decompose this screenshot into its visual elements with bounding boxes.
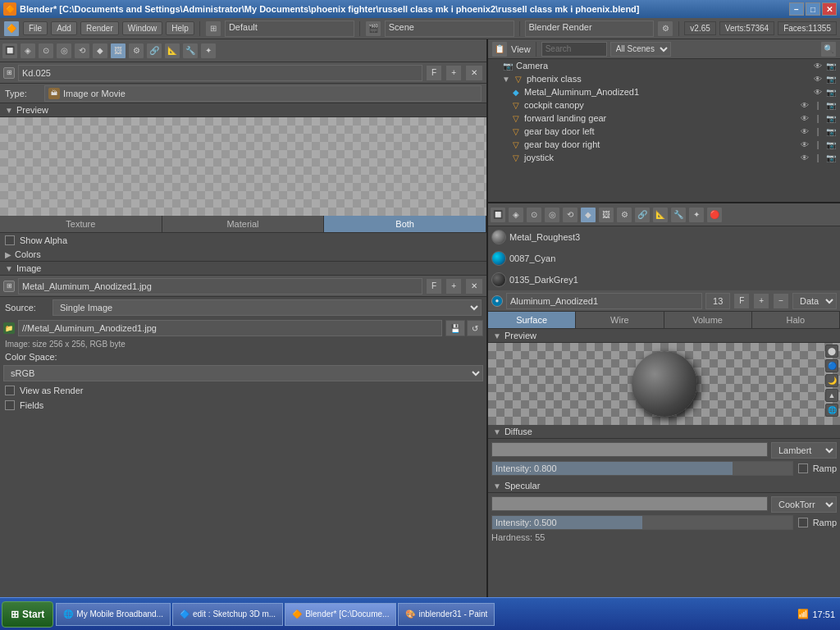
menu-window[interactable]: Window: [122, 21, 163, 35]
renderer-select[interactable]: Blender Render: [525, 21, 655, 37]
diffuse-type-select[interactable]: Lambert: [771, 442, 837, 459]
preview-sphere-btn[interactable]: ⬤: [825, 345, 838, 358]
view-as-render-checkbox[interactable]: [5, 386, 15, 395]
taskbar-item-sketchup[interactable]: 🔷 edit : Sketchup 3D m...: [172, 603, 283, 626]
pipe-icon[interactable]: |: [812, 99, 824, 111]
panel-icon-5[interactable]: ⟲: [74, 43, 90, 59]
specular-type-select[interactable]: CookTorr: [771, 496, 837, 513]
file-reload-button[interactable]: ↺: [467, 320, 483, 336]
mat-icon-9[interactable]: 🔗: [634, 207, 651, 223]
close-button-mat[interactable]: ✕: [465, 65, 483, 81]
close-button[interactable]: ✕: [822, 2, 837, 16]
mat-icon-8[interactable]: ⚙: [616, 207, 632, 223]
material-name-input[interactable]: [18, 65, 422, 81]
panel-icon-3[interactable]: ⊙: [38, 43, 54, 59]
layout-select[interactable]: Default: [225, 21, 354, 37]
diffuse-ramp-checkbox[interactable]: [798, 463, 808, 473]
mat-plus-button[interactable]: +: [753, 293, 769, 309]
tab-texture[interactable]: Texture: [0, 216, 162, 232]
panel-icon-10[interactable]: 📐: [164, 43, 180, 59]
tab-wire[interactable]: Wire: [576, 312, 664, 328]
srgb-select[interactable]: sRGB: [3, 365, 483, 381]
mat-icon-10[interactable]: 📐: [652, 207, 669, 223]
preview-world-btn[interactable]: 🌐: [825, 404, 838, 417]
tab-material[interactable]: Material: [162, 216, 325, 232]
pipe-icon2[interactable]: |: [812, 112, 824, 124]
mat-icon-12[interactable]: ✦: [688, 207, 705, 223]
eye-icon6[interactable]: 👁: [799, 126, 810, 137]
tab-volume[interactable]: Volume: [664, 312, 752, 328]
diffuse-color-bar[interactable]: [491, 442, 768, 457]
panel-icon-texture[interactable]: 🔲: [2, 43, 18, 59]
scene-select-outliner[interactable]: All Scenes: [610, 42, 671, 57]
render-icon7[interactable]: 📷: [825, 139, 837, 150]
preview-section-header[interactable]: ▼ Preview: [0, 103, 486, 117]
file-path-input[interactable]: [18, 320, 442, 336]
intensity-slider[interactable]: Intensity: 0.800: [491, 461, 793, 476]
pipe-icon5[interactable]: |: [812, 152, 824, 163]
panel-icon-6[interactable]: ◆: [92, 43, 108, 59]
render-icon8[interactable]: 📷: [825, 152, 837, 163]
image-section-header[interactable]: ▼ Image: [0, 262, 486, 276]
render-settings-icon[interactable]: ⚙: [657, 21, 673, 37]
material-ball-2[interactable]: [491, 251, 506, 266]
material-ball-3[interactable]: [491, 272, 506, 287]
tree-item-cockpit[interactable]: ▽ cockpit canopy 👁 | 📷: [488, 98, 840, 112]
minimize-button[interactable]: −: [789, 2, 804, 16]
mat-icon-5[interactable]: ⟲: [562, 207, 578, 223]
preview-color-btn[interactable]: 🔵: [825, 359, 838, 372]
image-name-input[interactable]: [18, 278, 422, 294]
mat-f-button[interactable]: F: [733, 293, 750, 309]
tree-item-metal[interactable]: ◆ Metal_Aluminum_Anodized1 👁 📷: [488, 85, 840, 98]
panel-icon-2[interactable]: ◈: [20, 43, 36, 59]
menu-add[interactable]: Add: [51, 21, 77, 35]
render-icon5[interactable]: 📷: [825, 112, 837, 124]
image-f-button[interactable]: F: [426, 278, 442, 294]
render-icon2[interactable]: 📷: [825, 73, 837, 84]
preview-env-btn[interactable]: 🌙: [825, 374, 838, 387]
tree-item-gear-left[interactable]: ▽ gear bay door left 👁 | 📷: [488, 125, 840, 138]
tab-halo[interactable]: Halo: [752, 312, 840, 328]
preview-floor-btn[interactable]: ▲: [825, 389, 838, 402]
eye-icon[interactable]: 👁: [812, 60, 824, 71]
menu-render[interactable]: Render: [80, 21, 119, 35]
specular-header[interactable]: ▼ Specular: [488, 479, 840, 493]
outliner-filter-icon[interactable]: 🔍: [820, 41, 837, 57]
mat-icon-2[interactable]: ◈: [508, 207, 524, 223]
mat-minus-button[interactable]: −: [773, 293, 789, 309]
show-alpha-checkbox[interactable]: [5, 235, 15, 245]
plus-button[interactable]: +: [445, 65, 462, 81]
panel-icon-12[interactable]: ✦: [200, 43, 217, 59]
specular-color-bar[interactable]: [491, 496, 768, 511]
scene-select[interactable]: Scene: [385, 21, 514, 37]
mat-data-select[interactable]: Data: [792, 293, 837, 309]
mat-name-input2[interactable]: [506, 293, 702, 309]
diffuse-header[interactable]: ▼ Diffuse: [488, 425, 840, 439]
render-icon[interactable]: 📷: [825, 60, 837, 71]
taskbar-item-blender[interactable]: 🔶 Blender* [C:\Docume...: [285, 603, 396, 626]
file-save-button[interactable]: 💾: [445, 320, 465, 336]
fields-checkbox[interactable]: [5, 400, 15, 410]
menu-help[interactable]: Help: [166, 21, 194, 35]
tree-item-joystick[interactable]: ▽ joystick 👁 | 📷: [488, 151, 840, 164]
mat-icon-1[interactable]: 🔲: [490, 207, 506, 223]
pipe-icon3[interactable]: |: [812, 126, 824, 137]
mat-icon-11[interactable]: 🔧: [670, 207, 687, 223]
tree-item-phoenix-class[interactable]: ▼ ▽ phoenix class 👁 📷: [488, 72, 840, 85]
panel-icon-7[interactable]: 🖼: [110, 43, 126, 59]
mat-icon-3[interactable]: ⊙: [526, 207, 542, 223]
mat-icon-13[interactable]: 🔴: [706, 207, 723, 223]
image-close-button[interactable]: ✕: [465, 278, 483, 294]
start-button[interactable]: ⊞ Start: [2, 601, 53, 628]
maximize-button[interactable]: □: [806, 2, 820, 16]
eye-icon5[interactable]: 👁: [799, 112, 810, 124]
taskbar-item-browser[interactable]: 🌐 My Mobile Broadband...: [56, 603, 171, 626]
tree-item-forward-gear[interactable]: ▽ forward landing gear 👁 | 📷: [488, 112, 840, 125]
tree-item-gear-right[interactable]: ▽ gear bay door right 👁 | 📷: [488, 138, 840, 151]
render-icon4[interactable]: 📷: [825, 99, 837, 111]
tab-both[interactable]: Both: [324, 216, 486, 232]
search-input[interactable]: [541, 42, 607, 57]
tab-surface[interactable]: Surface: [488, 312, 576, 328]
eye-icon3[interactable]: 👁: [812, 86, 824, 98]
eye-icon7[interactable]: 👁: [799, 139, 810, 150]
